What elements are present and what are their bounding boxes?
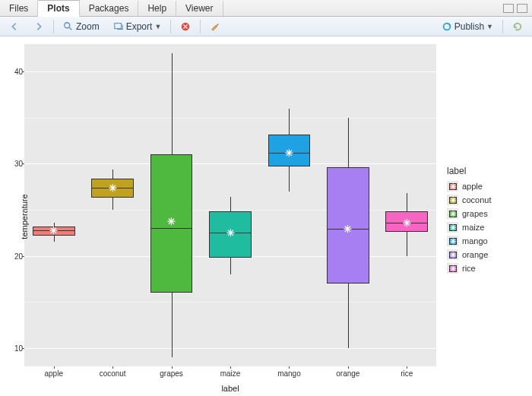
legend-key: ✳ (447, 249, 458, 260)
broom-icon (210, 21, 220, 32)
x-tick-mark (112, 366, 113, 369)
tab-help[interactable]: Help (138, 1, 176, 16)
mean-point: ✳ (285, 147, 293, 158)
legend-star-icon: ✳ (450, 182, 456, 191)
svg-line-4 (217, 24, 219, 26)
tab-files[interactable]: Files (0, 1, 38, 16)
whisker-lower (112, 198, 113, 210)
whisker-lower (54, 236, 55, 242)
mean-point: ✳ (167, 215, 176, 227)
x-tick-label: grapes (160, 369, 183, 378)
remove-plot-button[interactable] (176, 19, 195, 34)
legend: label ✳apple✳coconut✳grapes✳maize✳mango✳… (447, 166, 492, 275)
mean-point: ✳ (49, 224, 58, 236)
legend-label: maize (462, 223, 484, 232)
legend-key: ✳ (447, 181, 458, 192)
legend-star-icon: ✳ (450, 196, 456, 204)
gridline (24, 71, 436, 72)
legend-label: orange (462, 250, 488, 259)
y-tick-label: 10 (8, 344, 23, 352)
publish-icon (442, 21, 452, 32)
legend-key: ✳ (447, 263, 458, 274)
legend-star-icon: ✳ (450, 251, 456, 259)
legend-item: ✳mango (447, 234, 492, 248)
x-tick-label: coconut (100, 369, 126, 378)
x-tick-label: mango (277, 369, 301, 378)
zoom-button[interactable]: Zoom (59, 19, 104, 34)
legend-label: rice (462, 264, 476, 273)
legend-label: grapes (462, 209, 488, 218)
export-button[interactable]: Export ▼ (109, 19, 166, 34)
plot-area: temperature label label ✳apple✳coconut✳g… (0, 36, 532, 396)
legend-key: ✳ (447, 195, 458, 205)
y-axis-label: temperature (20, 194, 29, 239)
legend-item: ✳coconut (447, 193, 492, 207)
chevron-down-icon: ▼ (486, 23, 493, 30)
tab-plots[interactable]: Plots (38, 0, 79, 17)
legend-item: ✳apple (447, 179, 492, 193)
arrow-right-icon (33, 21, 44, 32)
gridline (24, 348, 436, 349)
maximize-button[interactable] (517, 4, 527, 13)
tab-bar: Files Plots Packages Help Viewer (0, 0, 532, 17)
gridline-minor (24, 302, 436, 303)
x-tick-label: rice (401, 369, 413, 378)
y-tick-label: 40 (8, 68, 23, 76)
x-tick-mark (172, 366, 173, 369)
whisker-upper (172, 53, 173, 154)
x-tick-mark (407, 366, 407, 369)
toolbar: Zoom Export ▼ Publish ▼ (0, 17, 532, 36)
gridline (24, 163, 436, 164)
arrow-left-icon (9, 21, 20, 32)
whisker-lower (230, 258, 231, 274)
y-tick-mark (22, 256, 24, 257)
x-tick-label: orange (336, 369, 359, 378)
legend-key: ✳ (447, 208, 458, 219)
legend-key: ✳ (447, 222, 458, 233)
svg-line-1 (69, 27, 72, 30)
legend-key: ✳ (447, 236, 458, 246)
chevron-down-icon: ▼ (154, 23, 161, 30)
mean-point: ✳ (226, 227, 235, 239)
x-tick-mark (230, 366, 231, 369)
whisker-lower (172, 293, 173, 357)
forward-button[interactable] (29, 19, 49, 34)
x-tick-mark (54, 366, 55, 369)
legend-star-icon: ✳ (450, 210, 456, 218)
whisker-upper (407, 193, 407, 211)
refresh-button[interactable] (508, 19, 527, 34)
legend-star-icon: ✳ (450, 223, 456, 232)
close-icon (180, 21, 191, 32)
legend-item: ✳grapes (447, 207, 492, 220)
legend-star-icon: ✳ (450, 265, 456, 273)
minimize-button[interactable] (503, 4, 514, 13)
x-tick-mark (289, 366, 290, 369)
gridline-minor (24, 118, 436, 119)
y-tick-label: 20 (8, 252, 23, 260)
zoom-label: Zoom (76, 21, 100, 32)
svg-rect-2 (114, 23, 121, 28)
y-tick-mark (22, 163, 24, 164)
y-tick-mark (22, 348, 24, 349)
whisker-lower (289, 166, 290, 192)
tab-viewer[interactable]: Viewer (176, 1, 223, 16)
mean-point: ✳ (109, 182, 117, 193)
tab-packages[interactable]: Packages (80, 1, 139, 16)
legend-label: mango (462, 236, 488, 246)
svg-point-0 (65, 22, 70, 27)
legend-label: coconut (462, 195, 492, 204)
x-tick-mark (348, 366, 349, 369)
whisker-upper (348, 118, 349, 167)
whisker-lower (348, 284, 349, 348)
publish-button[interactable]: Publish ▼ (437, 19, 498, 34)
legend-title: label (447, 166, 492, 176)
whisker-lower (407, 232, 407, 255)
y-tick-mark (22, 71, 24, 72)
legend-item: ✳rice (447, 261, 492, 275)
publish-label: Publish (454, 21, 484, 32)
mean-point: ✳ (403, 217, 411, 229)
mean-point: ✳ (344, 223, 352, 235)
back-button[interactable] (5, 19, 24, 34)
clear-plots-button[interactable] (205, 19, 225, 34)
legend-item: ✳orange (447, 248, 492, 261)
